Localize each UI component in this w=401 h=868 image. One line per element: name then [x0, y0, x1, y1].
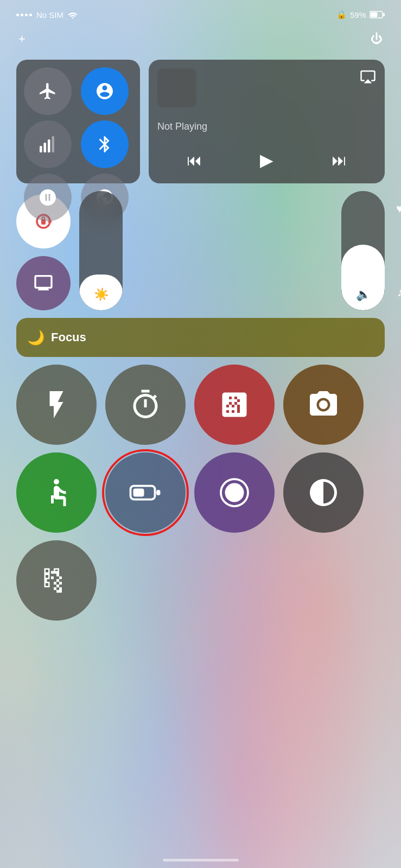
qr-scanner-button[interactable] [16, 540, 97, 621]
play-button[interactable]: ▶ [254, 148, 279, 173]
access-row [16, 452, 385, 533]
screen-record-button[interactable] [194, 452, 275, 533]
svg-rect-2 [383, 13, 385, 16]
svg-rect-14 [133, 489, 144, 497]
dark-mode-button[interactable] [283, 452, 364, 533]
cellular-button[interactable] [24, 120, 72, 168]
calculator-button[interactable] [194, 365, 275, 445]
svg-rect-7 [52, 136, 55, 152]
focus-alt-icon [38, 188, 58, 207]
svg-rect-3 [371, 12, 378, 17]
airplane-icon [38, 81, 58, 101]
camera-button[interactable] [283, 365, 364, 445]
heart-icon: ♥ [396, 202, 401, 216]
bluetooth-button[interactable] [81, 120, 129, 168]
cellular-icon [38, 135, 58, 154]
accessibility-icon [40, 476, 73, 509]
lock-icon: 🔒 [336, 10, 347, 20]
control-center-grid: Not Playing ⏮ ▶ ⏭ [16, 60, 385, 628]
volume-slider[interactable]: 🔈 [341, 191, 385, 310]
dark-mode-icon [307, 476, 340, 509]
volume-icon: 🔈 [356, 288, 371, 302]
not-playing-label: Not Playing [157, 121, 376, 132]
airdrop-icon [95, 81, 114, 101]
focus-label: Focus [51, 330, 86, 344]
brightness-slider[interactable]: ☀️ [79, 191, 123, 310]
svg-rect-15 [156, 490, 161, 495]
sun-icon: ☀️ [94, 288, 109, 302]
media-top [157, 68, 376, 107]
qr-icon [40, 564, 73, 597]
status-right: 🔒 59% [336, 10, 385, 20]
timer-button[interactable] [105, 365, 186, 445]
status-bar: No SIM 🔒 59% [0, 10, 401, 20]
airplane-mode-button[interactable] [24, 67, 72, 115]
connectivity-card [16, 60, 140, 183]
row-2: ☀️ 🔈 ♥ ♪ [16, 191, 385, 310]
focus-row: 🌙 Focus [16, 318, 385, 357]
accessibility-button[interactable] [16, 452, 97, 533]
qr-row [16, 540, 385, 621]
focus-button[interactable]: 🌙 Focus [16, 318, 385, 357]
power-button[interactable]: ⏻ [368, 30, 385, 48]
svg-rect-4 [40, 146, 42, 152]
svg-point-16 [225, 483, 244, 502]
next-button[interactable]: ⏭ [326, 149, 352, 171]
battery-pct: 59% [350, 10, 366, 20]
svg-rect-6 [48, 139, 50, 152]
focus-alt-button[interactable] [24, 174, 72, 221]
prev-button[interactable]: ⏮ [181, 149, 207, 171]
screen-mirror-button[interactable] [16, 256, 71, 310]
svg-point-12 [54, 479, 59, 484]
row-1: Not Playing ⏮ ▶ ⏭ [16, 60, 385, 183]
status-left: No SIM [16, 10, 78, 20]
flashlight-icon [40, 388, 73, 421]
top-controls: + ⏻ [16, 30, 385, 48]
battery-mode-button[interactable] [105, 452, 186, 533]
no-sim-label: No SIM [36, 10, 63, 20]
moon-icon: 🌙 [27, 329, 44, 346]
flashlight-button[interactable] [16, 365, 97, 445]
timer-icon [129, 388, 162, 421]
volume-slider-container: 🔈 ♥ ♪ [131, 191, 385, 310]
music-note-icon: ♪ [397, 285, 401, 299]
home-indicator [163, 859, 239, 861]
battery-icon [370, 11, 385, 18]
record-icon [218, 476, 251, 509]
camera-icon [307, 388, 340, 421]
add-button[interactable]: + [16, 30, 28, 48]
mirror-icon [33, 272, 54, 294]
airdrop-button[interactable] [81, 67, 129, 115]
battery-mode-icon [129, 476, 162, 509]
signal-dots [16, 14, 32, 16]
brightness-slider-container: ☀️ [79, 191, 123, 310]
utils-row [16, 365, 385, 445]
airplay-icon[interactable] [360, 68, 376, 85]
svg-rect-5 [44, 143, 47, 152]
album-art [157, 68, 196, 107]
media-controls: ⏮ ▶ ⏭ [157, 145, 376, 175]
calculator-icon [218, 388, 251, 421]
svg-point-0 [72, 17, 74, 19]
bluetooth-icon [95, 135, 114, 154]
media-card: Not Playing ⏮ ▶ ⏭ [149, 60, 385, 183]
wifi-status-icon [68, 11, 78, 18]
